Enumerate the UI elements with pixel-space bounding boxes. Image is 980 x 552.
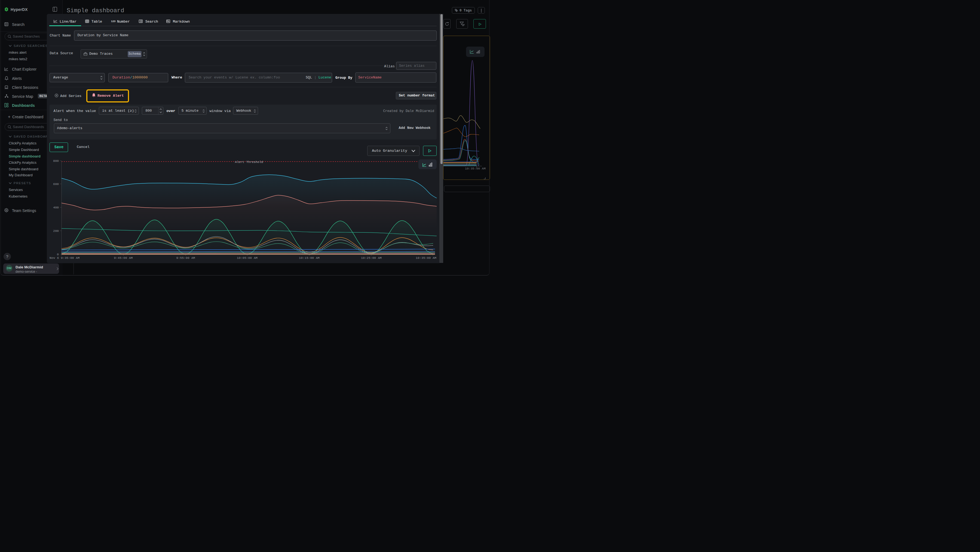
svg-text:10:25:00 AM: 10:25:00 AM bbox=[361, 256, 382, 260]
svg-text:10:15:00 AM: 10:15:00 AM bbox=[299, 256, 320, 260]
svg-text:0: 0 bbox=[57, 252, 59, 256]
svg-text:9:45:00 AM: 9:45:00 AM bbox=[114, 256, 132, 260]
svg-text:800: 800 bbox=[53, 159, 59, 163]
svg-text:600: 600 bbox=[53, 182, 59, 186]
svg-text:200: 200 bbox=[53, 229, 59, 233]
svg-text:10:05:00 AM: 10:05:00 AM bbox=[237, 256, 258, 260]
svg-text:9:55:00 AM: 9:55:00 AM bbox=[176, 256, 195, 260]
svg-text:10:35:00 AM: 10:35:00 AM bbox=[416, 256, 436, 260]
svg-text:Alert Threshold: Alert Threshold bbox=[235, 160, 263, 164]
svg-text:Nov 6 9:35:00 AM: Nov 6 9:35:00 AM bbox=[49, 256, 80, 260]
svg-text:400: 400 bbox=[53, 206, 59, 209]
